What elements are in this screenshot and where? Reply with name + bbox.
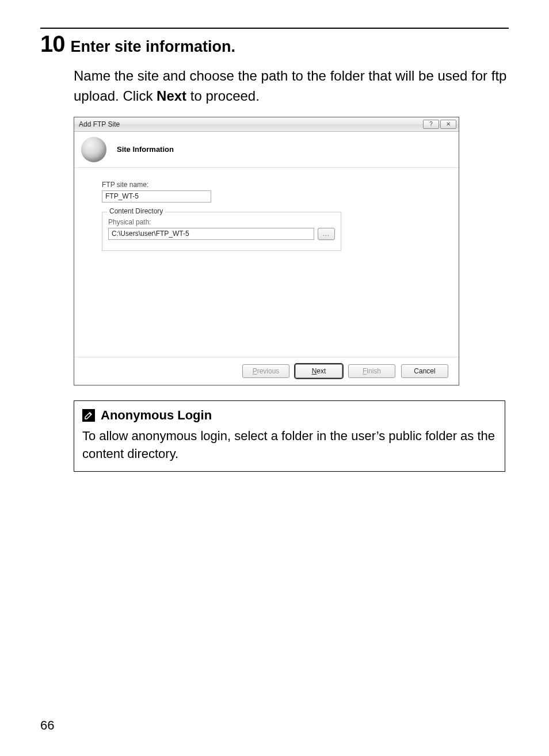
dialog-button-bar: Previous Next Finish Cancel <box>74 357 459 385</box>
physical-path-input[interactable]: C:\Users\user\FTP_WT-5 <box>108 228 314 240</box>
ftp-site-name-input[interactable]: FTP_WT-5 <box>102 190 211 203</box>
pencil-icon <box>82 409 95 422</box>
step-body: Name the site and choose the path to the… <box>74 66 509 106</box>
note-header: Anonymous Login <box>82 407 497 425</box>
close-icon[interactable]: ✕ <box>440 120 456 129</box>
globe-icon <box>81 137 106 162</box>
next-button[interactable]: Next <box>295 364 342 378</box>
dialog-header-title: Site Information <box>117 145 174 154</box>
step-title: Enter site information. <box>71 38 236 56</box>
step-number: 10 <box>40 32 65 55</box>
note-box: Anonymous Login To allow anonymous login… <box>74 400 505 472</box>
step-heading: 10 Enter site information. <box>40 32 509 56</box>
page-number: 66 <box>40 718 54 733</box>
dialog-titlebar: Add FTP Site ? ✕ <box>74 117 459 132</box>
horizontal-rule <box>40 28 509 29</box>
dialog-body: FTP site name: FTP_WT-5 Content Director… <box>74 168 459 357</box>
dialog-header: Site Information <box>74 132 459 168</box>
previous-button: Previous <box>242 364 289 378</box>
step-body-bold: Next <box>157 88 186 104</box>
step-body-pre: Name the site and choose the path to the… <box>74 68 506 104</box>
content-directory-group: Content Directory Physical path: C:\User… <box>102 212 341 251</box>
help-icon[interactable]: ? <box>423 120 439 129</box>
note-body: To allow anonymous login, select a folde… <box>82 427 497 463</box>
note-title: Anonymous Login <box>101 407 212 425</box>
step-body-post: to proceed. <box>186 88 260 104</box>
window-controls: ? ✕ <box>423 120 456 129</box>
dialog-title: Add FTP Site <box>79 120 120 128</box>
ftp-site-name-label: FTP site name: <box>102 181 439 189</box>
cancel-button[interactable]: Cancel <box>401 364 448 378</box>
finish-button: Finish <box>348 364 395 378</box>
add-ftp-site-dialog: Add FTP Site ? ✕ Site Information FTP si… <box>74 117 459 385</box>
physical-path-label: Physical path: <box>108 218 335 226</box>
browse-button[interactable]: ... <box>318 228 335 240</box>
content-directory-legend: Content Directory <box>107 207 165 215</box>
